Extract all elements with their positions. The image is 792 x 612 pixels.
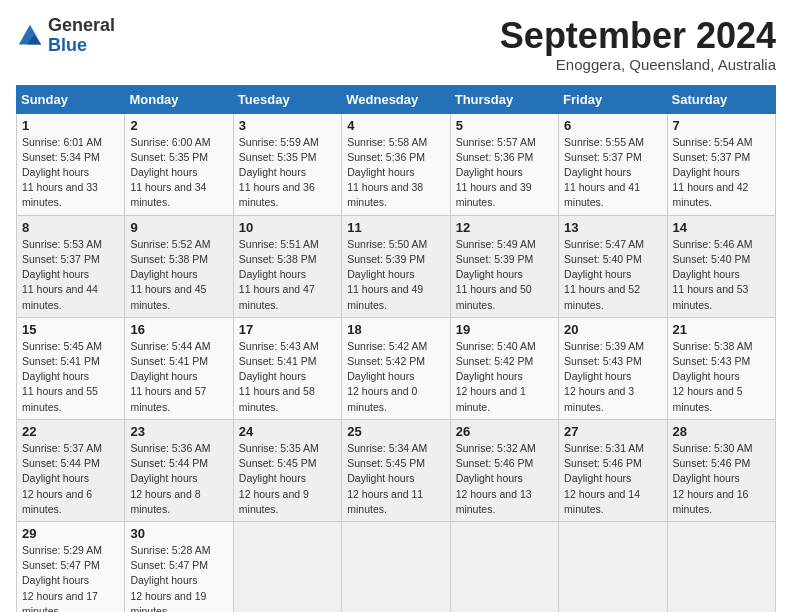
day-info: Sunrise: 6:01 AMSunset: 5:34 PMDaylight … (22, 135, 119, 211)
calendar-cell: 22Sunrise: 5:37 AMSunset: 5:44 PMDayligh… (17, 419, 125, 521)
day-info: Sunrise: 5:44 AMSunset: 5:41 PMDaylight … (130, 339, 227, 415)
day-number: 29 (22, 526, 119, 541)
calendar-cell: 2Sunrise: 6:00 AMSunset: 5:35 PMDaylight… (125, 113, 233, 215)
day-number: 6 (564, 118, 661, 133)
day-number: 28 (673, 424, 770, 439)
day-info: Sunrise: 5:58 AMSunset: 5:36 PMDaylight … (347, 135, 444, 211)
day-number: 13 (564, 220, 661, 235)
page-header: General Blue September 2024 Enoggera, Qu… (16, 16, 776, 73)
day-number: 22 (22, 424, 119, 439)
day-info: Sunrise: 5:32 AMSunset: 5:46 PMDaylight … (456, 441, 553, 517)
day-number: 4 (347, 118, 444, 133)
calendar-row: 8Sunrise: 5:53 AMSunset: 5:37 PMDaylight… (17, 215, 776, 317)
day-number: 30 (130, 526, 227, 541)
calendar-cell: 5Sunrise: 5:57 AMSunset: 5:36 PMDaylight… (450, 113, 558, 215)
calendar-cell: 8Sunrise: 5:53 AMSunset: 5:37 PMDaylight… (17, 215, 125, 317)
day-number: 15 (22, 322, 119, 337)
calendar-cell: 10Sunrise: 5:51 AMSunset: 5:38 PMDayligh… (233, 215, 341, 317)
day-info: Sunrise: 5:50 AMSunset: 5:39 PMDaylight … (347, 237, 444, 313)
day-number: 2 (130, 118, 227, 133)
calendar-cell: 13Sunrise: 5:47 AMSunset: 5:40 PMDayligh… (559, 215, 667, 317)
day-info: Sunrise: 5:57 AMSunset: 5:36 PMDaylight … (456, 135, 553, 211)
calendar-cell: 4Sunrise: 5:58 AMSunset: 5:36 PMDaylight… (342, 113, 450, 215)
day-info: Sunrise: 5:43 AMSunset: 5:41 PMDaylight … (239, 339, 336, 415)
day-number: 5 (456, 118, 553, 133)
calendar-table: SundayMondayTuesdayWednesdayThursdayFrid… (16, 85, 776, 612)
day-info: Sunrise: 5:39 AMSunset: 5:43 PMDaylight … (564, 339, 661, 415)
calendar-cell: 9Sunrise: 5:52 AMSunset: 5:38 PMDaylight… (125, 215, 233, 317)
calendar-cell: 20Sunrise: 5:39 AMSunset: 5:43 PMDayligh… (559, 317, 667, 419)
calendar-cell: 28Sunrise: 5:30 AMSunset: 5:46 PMDayligh… (667, 419, 775, 521)
weekday-header: Tuesday (233, 85, 341, 113)
day-info: Sunrise: 5:45 AMSunset: 5:41 PMDaylight … (22, 339, 119, 415)
day-number: 21 (673, 322, 770, 337)
day-number: 23 (130, 424, 227, 439)
day-info: Sunrise: 5:53 AMSunset: 5:37 PMDaylight … (22, 237, 119, 313)
day-info: Sunrise: 5:29 AMSunset: 5:47 PMDaylight … (22, 543, 119, 612)
day-info: Sunrise: 5:51 AMSunset: 5:38 PMDaylight … (239, 237, 336, 313)
calendar-cell: 6Sunrise: 5:55 AMSunset: 5:37 PMDaylight… (559, 113, 667, 215)
day-info: Sunrise: 5:30 AMSunset: 5:46 PMDaylight … (673, 441, 770, 517)
day-number: 10 (239, 220, 336, 235)
calendar-cell: 30Sunrise: 5:28 AMSunset: 5:47 PMDayligh… (125, 521, 233, 612)
day-number: 7 (673, 118, 770, 133)
day-number: 17 (239, 322, 336, 337)
weekday-header: Wednesday (342, 85, 450, 113)
day-number: 16 (130, 322, 227, 337)
day-info: Sunrise: 5:40 AMSunset: 5:42 PMDaylight … (456, 339, 553, 415)
day-info: Sunrise: 5:46 AMSunset: 5:40 PMDaylight … (673, 237, 770, 313)
calendar-cell: 14Sunrise: 5:46 AMSunset: 5:40 PMDayligh… (667, 215, 775, 317)
weekday-header: Sunday (17, 85, 125, 113)
day-number: 26 (456, 424, 553, 439)
day-number: 25 (347, 424, 444, 439)
day-number: 19 (456, 322, 553, 337)
calendar-cell: 25Sunrise: 5:34 AMSunset: 5:45 PMDayligh… (342, 419, 450, 521)
weekday-header: Thursday (450, 85, 558, 113)
calendar-body: 1Sunrise: 6:01 AMSunset: 5:34 PMDaylight… (17, 113, 776, 612)
calendar-cell: 15Sunrise: 5:45 AMSunset: 5:41 PMDayligh… (17, 317, 125, 419)
calendar-cell: 29Sunrise: 5:29 AMSunset: 5:47 PMDayligh… (17, 521, 125, 612)
day-number: 27 (564, 424, 661, 439)
calendar-cell: 1Sunrise: 6:01 AMSunset: 5:34 PMDaylight… (17, 113, 125, 215)
calendar-cell: 12Sunrise: 5:49 AMSunset: 5:39 PMDayligh… (450, 215, 558, 317)
day-info: Sunrise: 5:42 AMSunset: 5:42 PMDaylight … (347, 339, 444, 415)
day-number: 11 (347, 220, 444, 235)
calendar-row: 29Sunrise: 5:29 AMSunset: 5:47 PMDayligh… (17, 521, 776, 612)
logo-blue: Blue (48, 36, 115, 56)
calendar-cell: 26Sunrise: 5:32 AMSunset: 5:46 PMDayligh… (450, 419, 558, 521)
calendar-cell (559, 521, 667, 612)
day-number: 12 (456, 220, 553, 235)
day-info: Sunrise: 5:31 AMSunset: 5:46 PMDaylight … (564, 441, 661, 517)
logo-icon (16, 22, 44, 50)
day-number: 18 (347, 322, 444, 337)
day-number: 20 (564, 322, 661, 337)
day-info: Sunrise: 5:37 AMSunset: 5:44 PMDaylight … (22, 441, 119, 517)
calendar-cell (342, 521, 450, 612)
day-info: Sunrise: 5:38 AMSunset: 5:43 PMDaylight … (673, 339, 770, 415)
day-number: 8 (22, 220, 119, 235)
day-number: 14 (673, 220, 770, 235)
day-info: Sunrise: 5:49 AMSunset: 5:39 PMDaylight … (456, 237, 553, 313)
weekday-header: Saturday (667, 85, 775, 113)
calendar-row: 1Sunrise: 6:01 AMSunset: 5:34 PMDaylight… (17, 113, 776, 215)
location: Enoggera, Queensland, Australia (500, 56, 776, 73)
day-number: 3 (239, 118, 336, 133)
day-info: Sunrise: 5:52 AMSunset: 5:38 PMDaylight … (130, 237, 227, 313)
calendar-cell: 27Sunrise: 5:31 AMSunset: 5:46 PMDayligh… (559, 419, 667, 521)
day-info: Sunrise: 5:55 AMSunset: 5:37 PMDaylight … (564, 135, 661, 211)
month-title: September 2024 (500, 16, 776, 56)
calendar-cell: 3Sunrise: 5:59 AMSunset: 5:35 PMDaylight… (233, 113, 341, 215)
day-info: Sunrise: 5:35 AMSunset: 5:45 PMDaylight … (239, 441, 336, 517)
day-info: Sunrise: 5:54 AMSunset: 5:37 PMDaylight … (673, 135, 770, 211)
calendar-row: 15Sunrise: 5:45 AMSunset: 5:41 PMDayligh… (17, 317, 776, 419)
day-info: Sunrise: 5:34 AMSunset: 5:45 PMDaylight … (347, 441, 444, 517)
logo: General Blue (16, 16, 115, 56)
weekday-header: Monday (125, 85, 233, 113)
calendar-cell: 21Sunrise: 5:38 AMSunset: 5:43 PMDayligh… (667, 317, 775, 419)
day-info: Sunrise: 5:36 AMSunset: 5:44 PMDaylight … (130, 441, 227, 517)
calendar-cell: 16Sunrise: 5:44 AMSunset: 5:41 PMDayligh… (125, 317, 233, 419)
day-number: 1 (22, 118, 119, 133)
calendar-cell: 19Sunrise: 5:40 AMSunset: 5:42 PMDayligh… (450, 317, 558, 419)
day-info: Sunrise: 5:47 AMSunset: 5:40 PMDaylight … (564, 237, 661, 313)
day-info: Sunrise: 6:00 AMSunset: 5:35 PMDaylight … (130, 135, 227, 211)
